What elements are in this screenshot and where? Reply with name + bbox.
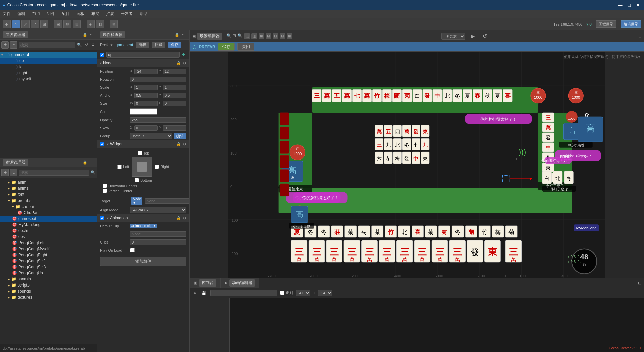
hierarchy-item-right[interactable]: ⬡ right xyxy=(0,70,97,76)
scale-x-input[interactable] xyxy=(134,85,158,90)
hierarchy-lock-icon[interactable]: 🔒 xyxy=(82,32,88,38)
rotation-input[interactable] xyxy=(130,77,186,82)
component-enabled-checkbox[interactable] xyxy=(100,53,104,57)
asset-item-ops[interactable]: 🎯 ops xyxy=(0,234,97,240)
widget-enabled-checkbox[interactable] xyxy=(100,142,104,146)
asset-item-penggangRight[interactable]: 🎯 PengGangRight xyxy=(0,252,97,258)
widget-hcenter-checkbox[interactable] xyxy=(103,184,107,188)
animation-section-gear[interactable]: ⚙ xyxy=(183,216,186,220)
anim-play-btn[interactable]: ● xyxy=(192,290,197,296)
menu-file[interactable]: 文件 xyxy=(1,10,12,17)
asset-add-btn[interactable]: ✚ xyxy=(1,169,9,176)
asset-more-icon[interactable]: ⋯ xyxy=(89,160,94,165)
menu-layout[interactable]: 布局 xyxy=(90,10,101,17)
menu-developer[interactable]: 开发者 xyxy=(119,10,134,17)
hierarchy-list-btn[interactable]: ≡ xyxy=(10,41,17,49)
zoom-in-btn[interactable]: 🔍 xyxy=(237,33,243,39)
hierarchy-add-btn[interactable]: ✚ xyxy=(1,41,9,49)
animation-editor-tab[interactable]: ▶ 动画编辑器 xyxy=(221,278,259,288)
menu-project[interactable]: 项目 xyxy=(60,10,71,17)
prefab-close-btn[interactable]: 关闭 xyxy=(237,43,254,51)
zoom-out-btn[interactable]: 🔍 xyxy=(226,33,231,39)
asset-item-chupai[interactable]: ▾ 📁 chupai xyxy=(0,204,97,210)
return-btn[interactable]: 回退 xyxy=(152,42,165,48)
asset-item-penggangSelfx[interactable]: 🎯 PengGangSelfx xyxy=(0,264,97,270)
menu-help[interactable]: 帮助 xyxy=(138,10,149,17)
scene-tool-6[interactable]: ⊡ xyxy=(280,33,285,39)
node-section-header[interactable]: ▾ Node 🔒 ⚙ xyxy=(97,59,189,67)
asset-item-penggangUp[interactable]: 🎯 PengGangUp xyxy=(0,270,97,276)
close-btn[interactable]: ✕ xyxy=(635,2,641,8)
hierarchy-item-left[interactable]: ⬡ left xyxy=(0,64,97,70)
play-on-load-checkbox[interactable] xyxy=(130,248,135,252)
asset-item-sanmin[interactable]: ▸ 📁 sanmin xyxy=(0,276,97,282)
scene-tool-3[interactable]: ⊞ xyxy=(259,33,264,39)
widget-left-checkbox[interactable] xyxy=(117,165,122,169)
skew-x-input[interactable] xyxy=(134,125,158,131)
tool-2[interactable]: ⊡ xyxy=(63,20,71,28)
props-more-icon[interactable]: ⋯ xyxy=(181,32,186,38)
expand-bottom-icon[interactable]: ⊡ xyxy=(638,281,641,285)
console-tab[interactable]: ▣ 控制台 xyxy=(190,278,221,288)
add-component-btn[interactable]: 添加组件 xyxy=(100,257,186,266)
widget-section-lock[interactable]: 🔒 xyxy=(176,142,181,146)
align-mode-select[interactable]: ALWAYS xyxy=(130,207,186,213)
widget-bottom-checkbox[interactable] xyxy=(135,178,139,182)
anim-timeline-bar[interactable] xyxy=(210,290,277,296)
group-select[interactable]: default xyxy=(130,133,172,139)
anim-size-select[interactable]: 14 xyxy=(318,290,332,296)
widget-section-gear[interactable]: ⚙ xyxy=(183,142,186,146)
tool-6[interactable]: ⊞ xyxy=(110,20,118,28)
position-x-input[interactable] xyxy=(134,69,158,74)
anim-record-btn[interactable]: 💾 xyxy=(200,290,208,296)
asset-item-penggangSelf[interactable]: 🎯 PengGangSelf xyxy=(0,258,97,264)
hierarchy-item-up[interactable]: ⬡ up xyxy=(0,58,97,64)
editor-dir-btn[interactable]: 编辑目录 xyxy=(621,20,641,28)
hierarchy-item-gameseal[interactable]: ▾ ⬡ gameseal xyxy=(0,52,97,58)
animation-enabled-checkbox[interactable] xyxy=(100,216,104,220)
asset-lock-icon[interactable]: 🔒 xyxy=(82,160,88,165)
group-edit-btn[interactable]: 编辑 xyxy=(174,133,186,139)
scene-viewport[interactable]: 使用鼠标右键平移视窗焦点，使用滚轮缩放视图 xyxy=(190,52,644,278)
asset-item-anim[interactable]: ▸ 📁 anim xyxy=(0,179,97,185)
color-swatch[interactable] xyxy=(130,108,157,115)
anim-loop-check[interactable] xyxy=(280,291,284,295)
asset-item-opchi[interactable]: 🎯 opchi xyxy=(0,228,97,234)
asset-item-penggangLeft[interactable]: 🎯 PengGangLeft xyxy=(0,240,97,246)
opacity-input[interactable] xyxy=(130,117,186,123)
component-add-icon[interactable]: ✚ xyxy=(181,52,186,57)
save-prefab-btn[interactable]: 保存 xyxy=(168,42,181,48)
tool-3[interactable]: ▤ xyxy=(73,20,81,28)
position-y-input[interactable] xyxy=(163,69,186,74)
prefab-save-btn[interactable]: 保存 xyxy=(218,43,235,51)
anim-filter-select[interactable]: All xyxy=(296,290,310,296)
browser-select[interactable]: 浏览器 xyxy=(441,33,465,40)
animation-section-header[interactable]: ▾ Animation 🔒 ⚙ xyxy=(97,214,189,222)
node-section-gear[interactable]: ⚙ xyxy=(183,61,186,65)
tool-4[interactable]: ◈ xyxy=(87,20,95,28)
node-section-lock[interactable]: 🔒 xyxy=(176,61,181,65)
menu-panel[interactable]: 面板 xyxy=(75,10,86,17)
animation-section-lock[interactable]: 🔒 xyxy=(176,216,181,220)
skew-y-input[interactable] xyxy=(163,125,186,131)
hierarchy-item-myself[interactable]: ⬡ myself xyxy=(0,76,97,82)
widget-top-checkbox[interactable] xyxy=(138,151,142,155)
hierarchy-more-icon[interactable]: ⋯ xyxy=(89,32,94,38)
scene-tool-7[interactable]: ⊞ xyxy=(287,33,292,39)
expand-icon[interactable]: ⊡ xyxy=(638,34,641,38)
scale-tool[interactable]: ⊞ xyxy=(40,20,48,28)
widget-section-header[interactable]: ▾ Widget 🔒 ⚙ xyxy=(97,140,189,148)
select-btn[interactable]: 选择 xyxy=(136,42,149,48)
scale-y-input[interactable] xyxy=(163,85,186,90)
asset-search-input[interactable] xyxy=(19,170,89,176)
asset-list-btn[interactable]: ≡ xyxy=(10,169,17,176)
add-node-btn[interactable]: ✚ xyxy=(3,20,11,28)
hierarchy-settings-btn[interactable]: ⚙ xyxy=(90,42,96,48)
zoom-reset-btn[interactable]: ⊡ xyxy=(233,33,236,39)
hierarchy-search-btn[interactable]: 🔍 xyxy=(77,42,82,48)
size-h-input[interactable] xyxy=(163,101,186,106)
maximize-btn[interactable]: □ xyxy=(627,2,632,8)
asset-search-btn[interactable]: 🔍 xyxy=(90,170,96,175)
target-input[interactable] xyxy=(145,198,190,204)
size-w-input[interactable] xyxy=(134,101,158,106)
